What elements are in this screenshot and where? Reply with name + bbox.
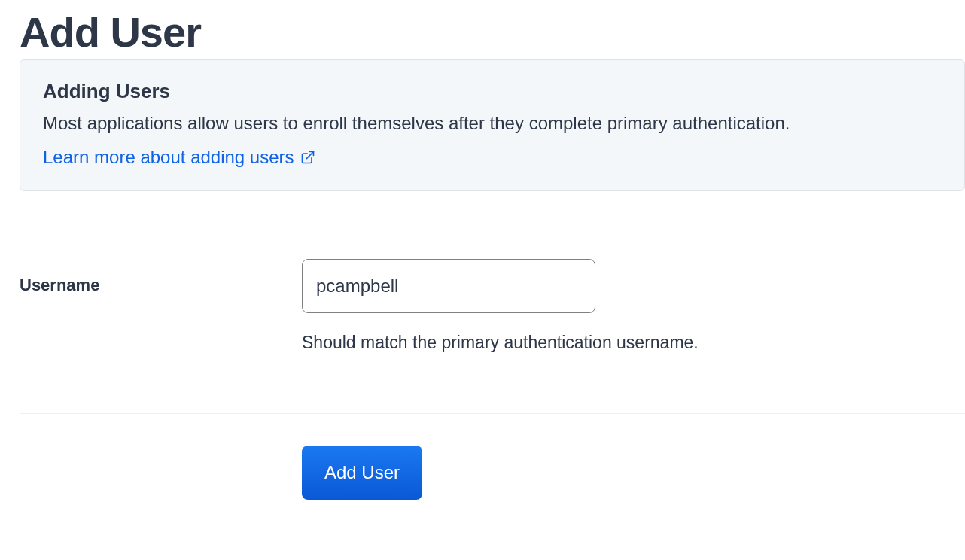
username-help-text: Should match the primary authentication … [302,333,965,353]
page-title: Add User [20,8,965,56]
username-input[interactable] [302,259,595,313]
learn-more-link[interactable]: Learn more about adding users [43,147,315,168]
info-panel: Adding Users Most applications allow use… [20,59,965,191]
add-user-button[interactable]: Add User [302,446,422,500]
username-label: Username [20,259,302,295]
info-panel-title: Adding Users [43,80,942,103]
learn-more-link-text: Learn more about adding users [43,147,294,168]
svg-line-0 [306,151,313,158]
external-link-icon [300,150,315,165]
username-row: Username Should match the primary authen… [20,259,965,414]
info-panel-text: Most applications allow users to enroll … [43,111,942,136]
